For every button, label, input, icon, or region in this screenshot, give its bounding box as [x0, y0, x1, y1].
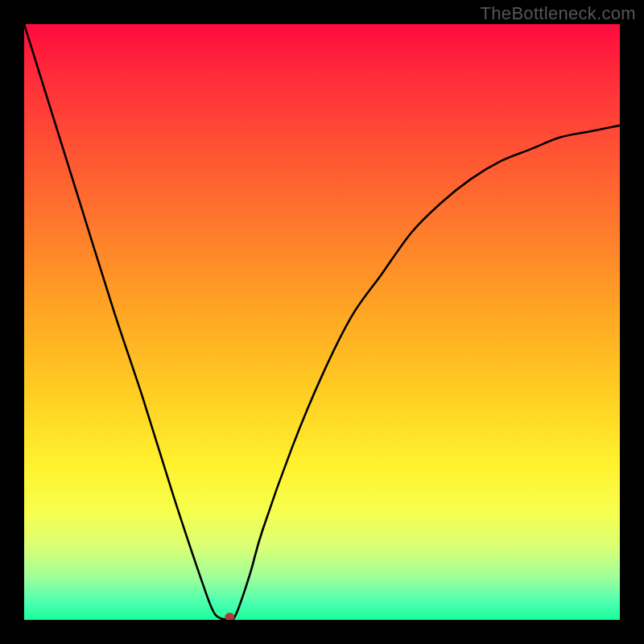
- watermark-text: TheBottleneck.com: [481, 3, 636, 24]
- minimum-marker: [225, 613, 234, 620]
- plot-area: [24, 24, 620, 620]
- curve-svg: [24, 24, 620, 620]
- chart-frame: TheBottleneck.com: [0, 0, 644, 644]
- bottleneck-curve: [24, 24, 620, 620]
